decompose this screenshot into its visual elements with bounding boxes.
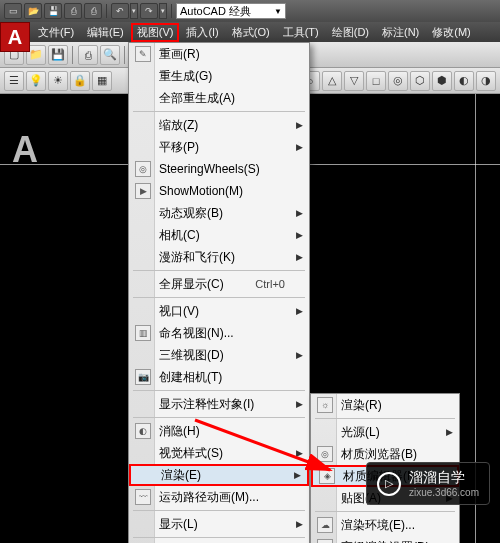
- submenu-item-env[interactable]: ☁渲染环境(E)...: [311, 514, 459, 536]
- submenu-arrow-icon: ▶: [446, 427, 453, 437]
- submenu-arrow-icon: ▶: [294, 470, 301, 480]
- menu-item-regen[interactable]: 重生成(G): [129, 65, 309, 87]
- submenu-arrow-icon: ▶: [296, 208, 303, 218]
- menu-item-walkfly[interactable]: 漫游和飞行(K)▶: [129, 246, 309, 268]
- menu-annotate[interactable]: 标注(N): [376, 23, 425, 42]
- submenu-item-render[interactable]: ☼渲染(R): [311, 394, 459, 416]
- undo-icon[interactable]: ↶: [111, 3, 129, 19]
- watermark: ▷ 溜溜自学 zixue.3d66.com: [366, 462, 490, 505]
- menu-item-regen-all[interactable]: 全部重生成(A): [129, 87, 309, 109]
- env-icon: ☁: [317, 517, 333, 533]
- workspace-dropdown[interactable]: AutoCAD 经典 ▼: [176, 3, 286, 19]
- save-icon[interactable]: 💾: [44, 3, 62, 19]
- menu-draw[interactable]: 绘图(D): [326, 23, 375, 42]
- menu-item-hide[interactable]: ◐消隐(H): [129, 420, 309, 442]
- menu-item-steering[interactable]: ◎SteeringWheels(S): [129, 158, 309, 180]
- tool-d-icon[interactable]: △: [322, 71, 342, 91]
- shortcut-label: Ctrl+0: [255, 278, 285, 290]
- menu-item-orbit[interactable]: 动态观察(B)▶: [129, 202, 309, 224]
- menu-item-viewport[interactable]: 视口(V)▶: [129, 300, 309, 322]
- menu-item-visual[interactable]: 视觉样式(S)▶: [129, 442, 309, 464]
- menu-item-fullscreen[interactable]: 全屏显示(C)Ctrl+0: [129, 273, 309, 295]
- watermark-text: 溜溜自学: [409, 469, 479, 487]
- menu-format[interactable]: 格式(O): [226, 23, 276, 42]
- submenu-arrow-icon: ▶: [296, 448, 303, 458]
- menu-insert[interactable]: 插入(I): [180, 23, 224, 42]
- submenu-arrow-icon: ▶: [296, 142, 303, 152]
- menu-tools[interactable]: 工具(T): [277, 23, 325, 42]
- menu-item-view3d[interactable]: 三维视图(D)▶: [129, 344, 309, 366]
- submenu-item-advanced[interactable]: ⚙高级渲染设置(D)...: [311, 536, 459, 543]
- submenu-arrow-icon: ▶: [296, 519, 303, 529]
- menu-item-pan[interactable]: 平移(P)▶: [129, 136, 309, 158]
- menu-item-showmotion[interactable]: ▶ShowMotion(M): [129, 180, 309, 202]
- submenu-arrow-icon: ▶: [296, 252, 303, 262]
- new-icon[interactable]: ▭: [4, 3, 22, 19]
- separator: [106, 4, 107, 18]
- advanced-icon: ⚙: [317, 539, 333, 543]
- workspace-label: AutoCAD 经典: [180, 4, 251, 19]
- menu-view[interactable]: 视图(V): [131, 23, 180, 42]
- bulb-icon[interactable]: 💡: [26, 71, 46, 91]
- separator: [315, 418, 455, 419]
- submenu-arrow-icon: ▶: [296, 350, 303, 360]
- menu-item-redraw[interactable]: ✎重画(R): [129, 43, 309, 65]
- menu-item-zoom[interactable]: 缩放(Z)▶: [129, 114, 309, 136]
- menu-item-create-cam[interactable]: 📷创建相机(T): [129, 366, 309, 388]
- named-view-icon: ▥: [135, 325, 151, 341]
- submenu-item-light[interactable]: 光源(L)▶: [311, 421, 459, 443]
- chevron-down-icon: ▼: [274, 7, 282, 16]
- tool-j-icon[interactable]: ◐: [454, 71, 474, 91]
- save-doc-icon[interactable]: 💾: [48, 45, 68, 65]
- separator: [133, 270, 305, 271]
- separator: [133, 297, 305, 298]
- menu-file[interactable]: 文件(F): [32, 23, 80, 42]
- menu-item-show-anno[interactable]: 显示注释性对象(I)▶: [129, 393, 309, 415]
- separator: [72, 46, 74, 64]
- play-icon: ▷: [377, 472, 401, 496]
- layer-icon[interactable]: ☰: [4, 71, 24, 91]
- app-logo[interactable]: A: [0, 22, 30, 52]
- open-icon[interactable]: 📂: [24, 3, 42, 19]
- submenu-arrow-icon: ▶: [296, 230, 303, 240]
- redo-dropdown[interactable]: ▾: [159, 3, 167, 19]
- motion-icon: ▶: [135, 183, 151, 199]
- tool-g-icon[interactable]: ◎: [388, 71, 408, 91]
- menu-item-named[interactable]: ▥命名视图(N)...: [129, 322, 309, 344]
- menu-item-camera[interactable]: 相机(C)▶: [129, 224, 309, 246]
- view-dropdown: ✎重画(R) 重生成(G) 全部重生成(A) 缩放(Z)▶ 平移(P)▶ ◎St…: [128, 42, 310, 543]
- sun-icon[interactable]: ☀: [48, 71, 68, 91]
- menu-item-render[interactable]: 渲染(E)▶: [129, 464, 309, 486]
- menu-modify[interactable]: 修改(M): [426, 23, 477, 42]
- undo-dropdown[interactable]: ▾: [130, 3, 138, 19]
- separator: [133, 417, 305, 418]
- preview-icon[interactable]: 🔍: [100, 45, 120, 65]
- menu-item-display[interactable]: 显示(L)▶: [129, 513, 309, 535]
- redraw-icon: ✎: [135, 46, 151, 62]
- separator: [171, 4, 172, 18]
- separator: [315, 511, 455, 512]
- browser-icon: ◎: [317, 446, 333, 462]
- wheel-icon: ◎: [135, 161, 151, 177]
- editor-icon: ◈: [319, 468, 335, 484]
- submenu-arrow-icon: ▶: [296, 120, 303, 130]
- menu-item-motion-path[interactable]: 〰运动路径动画(M)...: [129, 486, 309, 508]
- submenu-arrow-icon: ▶: [296, 306, 303, 316]
- redo-icon[interactable]: ↷: [140, 3, 158, 19]
- camera-icon: 📷: [135, 369, 151, 385]
- tool-e-icon[interactable]: ▽: [344, 71, 364, 91]
- watermark-url: zixue.3d66.com: [409, 487, 479, 498]
- tool-k-icon[interactable]: ◑: [476, 71, 496, 91]
- saveas-icon[interactable]: ⎙: [64, 3, 82, 19]
- color-icon[interactable]: ▦: [92, 71, 112, 91]
- tool-i-icon[interactable]: ⬢: [432, 71, 452, 91]
- render-icon: ☼: [317, 397, 333, 413]
- tool-h-icon[interactable]: ⬡: [410, 71, 430, 91]
- submenu-arrow-icon: ▶: [296, 399, 303, 409]
- menu-edit[interactable]: 编辑(E): [81, 23, 130, 42]
- lock-icon[interactable]: 🔒: [70, 71, 90, 91]
- tool-f-icon[interactable]: □: [366, 71, 386, 91]
- print-icon[interactable]: ⎙: [84, 3, 102, 19]
- print-doc-icon[interactable]: ⎙: [78, 45, 98, 65]
- separator: [124, 46, 126, 64]
